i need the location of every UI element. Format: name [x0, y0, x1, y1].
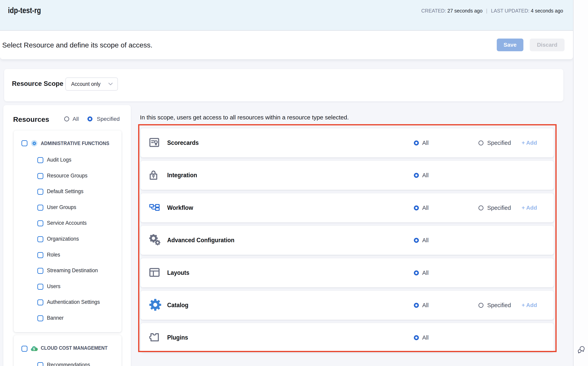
svg-text:$: $ — [33, 347, 35, 351]
